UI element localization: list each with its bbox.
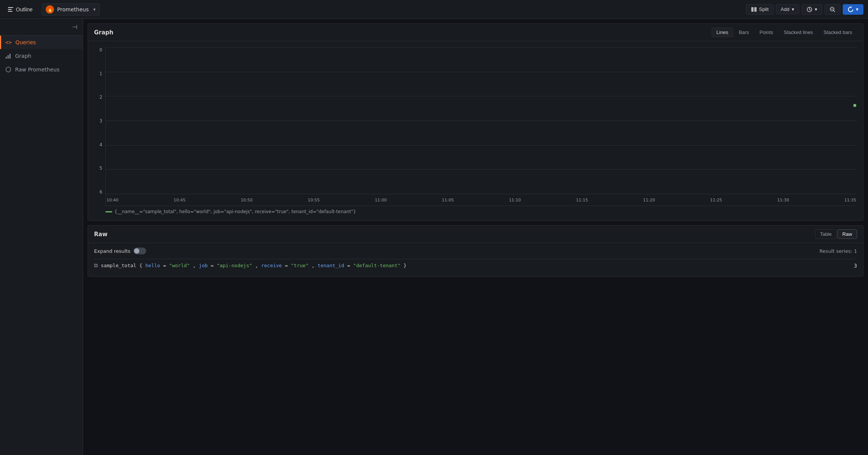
- x-label-1100: 11:00: [375, 198, 387, 203]
- svg-marker-10: [6, 67, 11, 72]
- y-axis: 6 5 4 3 2 1 0: [94, 47, 105, 206]
- sidebar-item-label-raw: Raw Prometheus: [15, 67, 60, 73]
- x-label-1055: 10:55: [308, 198, 320, 203]
- split-button[interactable]: Split: [746, 4, 774, 15]
- refresh-icon: [848, 6, 854, 12]
- tab-points[interactable]: Points: [755, 28, 778, 37]
- chart-area: 10:40 10:45 10:50 10:55 11:00 11:05 11:1…: [105, 47, 857, 206]
- metric-label-receive-key: receive: [261, 263, 282, 268]
- time-range-button[interactable]: ▾: [802, 4, 822, 15]
- tab-stacked-lines[interactable]: Stacked lines: [779, 28, 818, 37]
- svg-rect-2: [8, 11, 12, 12]
- sidebar-item-graph[interactable]: Graph: [0, 49, 83, 63]
- svg-rect-9: [9, 54, 11, 59]
- x-label-1120: 11:20: [643, 198, 655, 203]
- grid-line-2: [106, 145, 857, 145]
- metric-label-hello-val: "world": [169, 263, 190, 268]
- y-label-6: 6: [94, 189, 102, 195]
- split-label: Split: [759, 6, 769, 12]
- topbar: Outline 🔥 Prometheus ▾ Split Add ▾ ▾: [0, 0, 868, 19]
- outline-label: Outline: [16, 6, 32, 12]
- x-label-1110: 11:10: [509, 198, 521, 203]
- svg-rect-0: [8, 7, 13, 8]
- result-series-label: Result series: 1: [819, 248, 857, 254]
- x-label-1130: 11:30: [777, 198, 789, 203]
- svg-rect-8: [8, 55, 9, 59]
- metric-name: sample_total: [101, 263, 136, 268]
- graph-panel-tabs: Lines Bars Points Stacked lines Stacked …: [712, 28, 857, 37]
- svg-rect-4: [754, 7, 757, 12]
- add-button[interactable]: Add ▾: [776, 4, 799, 14]
- time-range-chevron: ▾: [815, 6, 817, 12]
- svg-rect-1: [8, 9, 12, 10]
- x-label-1135: 11:35: [844, 198, 856, 203]
- tab-bars[interactable]: Bars: [734, 28, 754, 37]
- metric-label-receive-val: "true": [291, 263, 309, 268]
- clock-icon: [806, 6, 812, 12]
- metric-brace-open: {: [139, 263, 142, 268]
- tab-raw[interactable]: Raw: [837, 229, 857, 239]
- content-area: Graph Lines Bars Points Stacked lines St…: [83, 19, 868, 455]
- refresh-chevron: ▾: [856, 6, 859, 12]
- metric-label-tenant-val: "default-tenant": [353, 263, 400, 268]
- zoom-out-button[interactable]: [825, 4, 840, 15]
- sidebar-item-label-queries: Queries: [15, 39, 36, 45]
- refresh-button[interactable]: ▾: [843, 4, 863, 15]
- y-label-1: 1: [94, 71, 102, 76]
- outline-icon: [8, 6, 14, 12]
- grid-line-3: [106, 121, 857, 121]
- queries-icon: <>: [5, 39, 12, 45]
- main-layout: ⊣ <> Queries Graph Raw Prometheus: [0, 19, 868, 455]
- graph-panel-header: Graph Lines Bars Points Stacked lines St…: [88, 24, 863, 41]
- metric-label-job-key: job: [199, 263, 207, 268]
- expand-results-row: Expand results Result series: 1: [94, 248, 857, 254]
- graph-icon: [5, 53, 11, 59]
- tab-stacked-bars[interactable]: Stacked bars: [819, 28, 857, 37]
- y-label-4: 4: [94, 142, 102, 147]
- svg-rect-3: [751, 7, 754, 12]
- x-label-1045: 10:45: [174, 198, 186, 203]
- legend-text: {__name__="sample_total", hello="world",…: [114, 209, 356, 214]
- raw-panel-header: Raw Table Raw: [88, 226, 863, 243]
- sidebar-item-queries[interactable]: <> Queries: [0, 36, 83, 49]
- x-label-1040: 10:40: [107, 198, 119, 203]
- chevron-down-icon: ▾: [93, 7, 96, 12]
- datasource-name: Prometheus: [57, 6, 89, 12]
- sidebar-item-label-graph: Graph: [15, 53, 31, 59]
- metric-label-tenant-key: tenant_id: [318, 263, 344, 268]
- metric-value: 3: [848, 263, 857, 269]
- grid-line-1: [106, 169, 857, 170]
- metric-label-job-val: "api-nodejs": [217, 263, 252, 268]
- graph-container: 6 5 4 3 2 1 0: [88, 41, 863, 220]
- raw-panel-tabs: Table Raw: [815, 229, 857, 239]
- copy-icon[interactable]: ⧉: [94, 262, 98, 269]
- svg-rect-7: [6, 57, 7, 59]
- raw-panel: Raw Table Raw Expand results Result seri…: [88, 225, 863, 277]
- grid-line-5: [106, 72, 857, 72]
- data-point: [853, 104, 856, 107]
- grid-line-4: [106, 96, 857, 96]
- expand-toggle[interactable]: [133, 248, 146, 254]
- metric-row: ⧉ sample_total{hello="world", job="api-n…: [94, 259, 857, 272]
- y-label-2: 2: [94, 94, 102, 100]
- legend-color-indicator: [105, 211, 112, 212]
- tab-table[interactable]: Table: [815, 229, 837, 239]
- tab-lines[interactable]: Lines: [712, 28, 733, 37]
- y-label-5: 5: [94, 166, 102, 171]
- metric-brace-close: }: [403, 263, 406, 268]
- sidebar-header: ⊣: [0, 19, 83, 36]
- sidebar: ⊣ <> Queries Graph Raw Prometheus: [0, 19, 83, 455]
- y-label-3: 3: [94, 118, 102, 124]
- zoom-out-icon: [829, 6, 836, 12]
- sidebar-item-raw-prometheus[interactable]: Raw Prometheus: [0, 63, 83, 76]
- datasource-selector[interactable]: 🔥 Prometheus ▾: [42, 3, 100, 15]
- x-label-1125: 11:25: [710, 198, 722, 203]
- expand-label: Expand results: [94, 248, 130, 254]
- raw-prometheus-icon: [5, 67, 11, 73]
- grid-lines: [106, 47, 857, 194]
- topbar-actions: Split Add ▾ ▾ ▾: [746, 4, 863, 15]
- metric-label-hello-key: hello: [145, 263, 160, 268]
- outline-button[interactable]: Outline: [5, 5, 36, 14]
- sidebar-collapse-button[interactable]: ⊣: [71, 22, 79, 32]
- grid-line-6: [106, 47, 857, 48]
